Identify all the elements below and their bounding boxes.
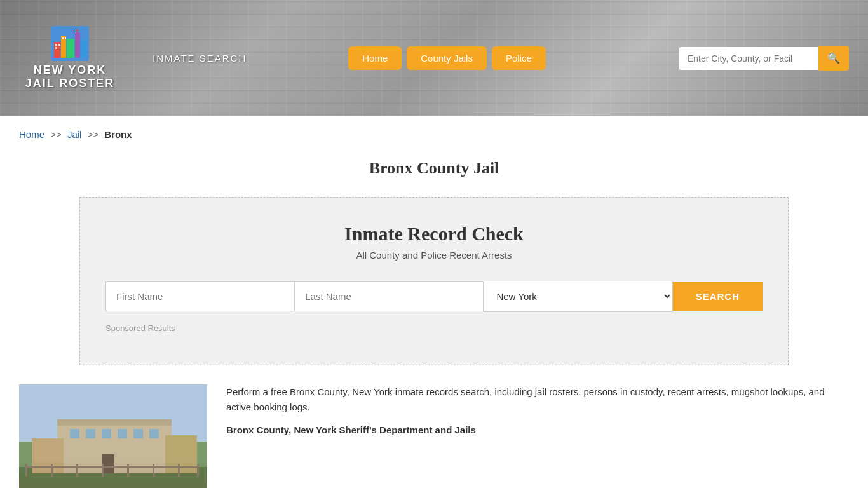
facility-image: [19, 384, 207, 488]
svg-rect-20: [70, 429, 79, 438]
svg-rect-26: [102, 454, 114, 473]
search-icon: 🔍: [827, 53, 840, 64]
svg-rect-8: [55, 47, 57, 49]
svg-rect-22: [102, 429, 111, 438]
first-name-input[interactable]: [105, 281, 294, 311]
svg-rect-19: [165, 435, 197, 473]
content-description: Perform a free Bronx County, New York in…: [226, 384, 849, 415]
nav-police-button[interactable]: Police: [492, 46, 546, 70]
svg-rect-17: [57, 419, 172, 426]
breadcrumb: Home >> Jail >> Bronx: [0, 116, 868, 152]
svg-rect-9: [62, 37, 64, 39]
svg-rect-25: [149, 429, 159, 438]
svg-rect-32: [153, 464, 154, 477]
svg-rect-24: [133, 429, 143, 438]
state-select[interactable]: New York Alabama Alaska Arizona Arkansas…: [484, 281, 672, 312]
svg-rect-15: [19, 467, 207, 488]
header-search-button[interactable]: 🔍: [818, 46, 849, 71]
content-sub-heading: Bronx County, New York Sheriff's Departm…: [226, 423, 849, 438]
search-section-subtitle: All County and Police Recent Arrests: [105, 250, 763, 261]
svg-rect-21: [86, 429, 95, 438]
svg-rect-6: [55, 44, 57, 46]
svg-rect-3: [67, 39, 74, 58]
svg-rect-30: [102, 464, 104, 477]
nav-home-button[interactable]: Home: [348, 46, 402, 70]
logo-line1: NEW YORK: [34, 64, 107, 77]
svg-rect-31: [127, 464, 129, 477]
header: NEW YORK JAIL ROSTER INMATE SEARCH Home …: [0, 0, 868, 116]
svg-rect-28: [51, 464, 53, 477]
sponsored-label: Sponsored Results: [105, 323, 763, 333]
header-search-input[interactable]: [679, 47, 818, 70]
breadcrumb-jail-link[interactable]: Jail: [67, 129, 82, 140]
svg-rect-4: [75, 32, 80, 58]
svg-rect-34: [197, 464, 199, 477]
content-area: Perform a free Bronx County, New York in…: [0, 384, 868, 488]
facility-image-inner: [19, 384, 207, 488]
svg-rect-18: [32, 438, 64, 473]
search-section: Inmate Record Check All County and Polic…: [79, 197, 789, 365]
nav-county-jails-button[interactable]: County Jails: [407, 46, 487, 70]
content-text: Perform a free Bronx County, New York in…: [226, 384, 849, 488]
svg-rect-10: [65, 37, 66, 39]
search-section-title: Inmate Record Check: [105, 223, 763, 245]
svg-rect-29: [76, 464, 78, 477]
header-search-area: 🔍: [679, 46, 849, 71]
svg-rect-7: [58, 44, 60, 46]
svg-rect-27: [25, 464, 27, 477]
svg-rect-33: [178, 464, 180, 477]
breadcrumb-home-link[interactable]: Home: [19, 129, 44, 140]
logo-icon: [51, 26, 89, 61]
svg-rect-5: [81, 40, 86, 58]
svg-rect-23: [118, 429, 127, 438]
main-nav: Home County Jails Police: [348, 46, 546, 70]
breadcrumb-sep1: >>: [50, 129, 62, 140]
breadcrumb-sep2: >>: [88, 129, 99, 140]
search-form-row: New York Alabama Alaska Arizona Arkansas…: [105, 281, 763, 312]
inmate-search-label: INMATE SEARCH: [153, 53, 247, 64]
svg-rect-11: [76, 29, 76, 34]
breadcrumb-current: Bronx: [104, 129, 132, 140]
search-submit-button[interactable]: SEARCH: [673, 282, 763, 311]
logo-line2: JAIL ROSTER: [25, 77, 115, 90]
header-content: NEW YORK JAIL ROSTER INMATE SEARCH Home …: [0, 26, 868, 90]
logo-area: NEW YORK JAIL ROSTER: [19, 26, 121, 90]
last-name-input[interactable]: [294, 281, 484, 311]
page-title: Bronx County Jail: [0, 159, 868, 178]
